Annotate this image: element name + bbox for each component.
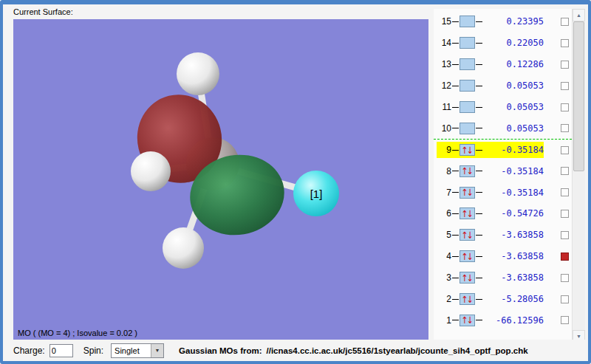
mo-occupancy-box[interactable] [460,123,475,134]
mo-list: 15 0.23395 14 0.22050 13 [434,9,572,343]
connector-line [452,320,459,320]
mo-occupancy-box[interactable]: ↑↓ [460,207,475,219]
mo-occupancy-box[interactable]: ↑↓ [460,165,475,177]
mo-number: 6 [437,208,451,219]
mo-row[interactable]: 13 0.12286 [434,54,572,75]
charge-input[interactable] [49,344,73,357]
mo-row-main: 11 0.05053 [437,99,544,115]
connector-line [476,320,482,320]
mo-number: 7 [437,188,451,198]
spin-selected-value: Singlet [112,344,151,357]
mo-row[interactable]: 12 0.05053 [434,75,572,97]
paired-electrons-icon: ↑↓ [461,166,473,176]
mo-display-checkbox[interactable] [561,124,569,132]
mo-occupancy-box[interactable]: ↑↓ [460,229,475,241]
mo-row-main: 2 ↑↓ -5.28056 [437,291,544,307]
mo-energy-value: -0.35184 [485,145,544,155]
connector-line [476,86,482,86]
molecule-viewport[interactable]: [1] MO ( (MO = 4) ; Isovalue = 0.02 ) [13,19,428,340]
mo-display-checkbox[interactable] [561,39,569,47]
mo-display-checkbox[interactable] [561,18,569,26]
paired-electrons-icon: ↑↓ [461,209,473,219]
mo-occupancy-box[interactable]: ↑↓ [460,187,475,199]
molecule-render: [1] [13,19,428,340]
mo-display-checkbox[interactable] [561,167,569,175]
mo-number: 10 [437,123,451,134]
mo-number: 3 [437,272,451,283]
connector-line [476,171,482,171]
mo-occupancy-box[interactable]: ↑↓ [460,250,475,262]
mo-row-main: 12 0.05053 [437,78,544,94]
mo-row-main: 8 ↑↓ -0.35184 [437,163,544,179]
mo-row[interactable]: 5 ↑↓ -3.63858 [434,224,572,246]
mo-occupancy-box[interactable] [460,80,475,92]
mo-list-scrollbar[interactable]: ▲ ▼ [572,9,585,343]
mo-energy-value: 0.05053 [485,102,544,112]
mo-row[interactable]: 6 ↑↓ -0.54726 [434,203,572,224]
mo-row-main: 3 ↑↓ -3.63858 [437,269,544,286]
mo-row-main: 6 ↑↓ -0.54726 [437,205,544,222]
spin-dropdown-button[interactable]: ▼ [151,344,163,357]
mo-row[interactable]: 9 ↑↓ -0.35184 [434,139,572,160]
mo-occupancy-box[interactable]: ↑↓ [460,272,475,284]
mo-occupancy-box[interactable] [460,16,475,27]
mo-display-checkbox[interactable] [561,210,569,218]
mo-row[interactable]: 3 ↑↓ -3.63858 [434,267,572,289]
connector-line [452,21,459,22]
mo-row[interactable]: 4 ↑↓ -3.63858 [434,246,572,267]
connector-line [476,256,482,257]
hydrogen-atom-bottom [163,227,204,269]
connector-line [452,213,459,214]
mo-display-checkbox[interactable] [561,253,569,261]
mo-occupancy-box[interactable]: ↑↓ [460,315,475,326]
mo-row-main: 5 ↑↓ -3.63858 [437,227,544,243]
mo-display-checkbox[interactable] [561,82,569,90]
mo-row[interactable]: 7 ↑↓ -0.35184 [434,182,572,203]
spin-label: Spin: [83,346,103,356]
connector-line [476,150,482,151]
mo-number: 2 [437,294,451,304]
scroll-up-button[interactable]: ▲ [573,9,585,21]
spin-dropdown[interactable]: Singlet ▼ [111,343,164,358]
paired-electrons-icon: ↑↓ [461,230,473,240]
mo-energy-value: -0.35184 [485,166,544,176]
connector-line [452,128,459,128]
connector-line [476,299,482,300]
mo-energy-value: -5.28056 [485,294,544,304]
mo-row[interactable]: 11 0.05053 [434,97,572,118]
mo-display-checkbox[interactable] [561,231,569,239]
mo-energy-value: -3.63858 [485,230,544,240]
mo-energy-value: 0.12286 [485,59,544,69]
paired-electrons-icon: ↑↓ [461,145,473,155]
bottom-bar: Charge: Spin: Singlet ▼ Gaussian MOs fro… [3,340,588,361]
connector-line [452,86,459,86]
mo-occupancy-box[interactable] [460,37,475,49]
mo-occupancy-box[interactable] [460,58,475,70]
mo-energy-value: 0.05053 [485,80,544,91]
chevron-down-icon: ▼ [155,348,160,353]
mo-row[interactable]: 1 ↑↓ -66.12596 [434,309,572,331]
connector-line [452,299,459,300]
mo-display-checkbox[interactable] [561,103,569,111]
connector-line [452,192,459,193]
scrollbar-thumb[interactable] [573,21,584,171]
mo-display-checkbox[interactable] [561,188,569,196]
mo-display-checkbox[interactable] [561,61,569,69]
mo-row[interactable]: 8 ↑↓ -0.35184 [434,160,572,182]
mo-row[interactable]: 10 0.05053 [434,117,572,139]
mo-row[interactable]: 2 ↑↓ -5.28056 [434,289,572,310]
mo-display-checkbox[interactable] [561,295,569,303]
mo-number: 9 [437,145,451,155]
mo-occupancy-box[interactable] [460,101,475,113]
paired-electrons-icon: ↑↓ [461,295,473,304]
mo-display-checkbox[interactable] [561,274,569,282]
mo-occupancy-box[interactable]: ↑↓ [460,144,475,156]
mo-display-checkbox[interactable] [561,316,569,324]
mo-occupancy-box[interactable]: ↑↓ [460,293,475,305]
mo-row-main: 1 ↑↓ -66.12596 [437,312,544,329]
mo-display-checkbox[interactable] [561,146,569,154]
connector-line [452,107,459,108]
mo-row[interactable]: 14 0.22050 [434,32,572,54]
mo-row[interactable]: 15 0.23395 [434,11,572,32]
hydrogen-atom-left [131,151,171,191]
